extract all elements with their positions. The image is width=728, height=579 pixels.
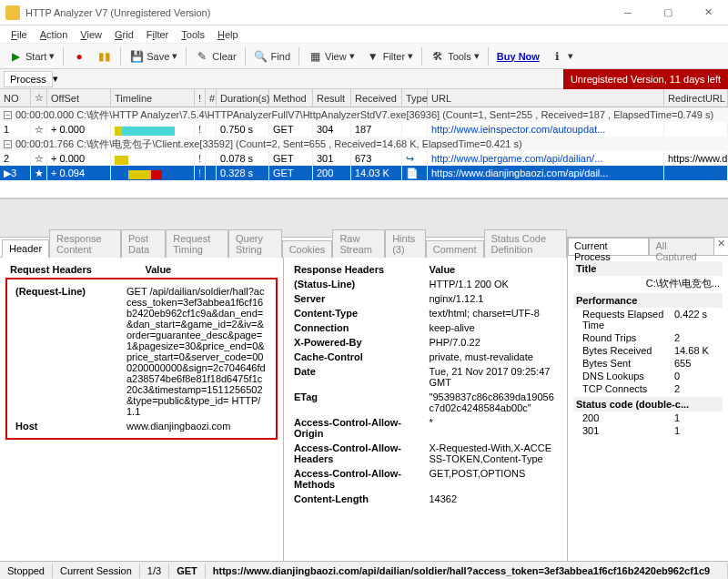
group-row[interactable]: −00:00:00.000 C:\软件\HTTP Analyzer\7.5.4\… — [0, 107, 728, 122]
col-star[interactable]: ☆ — [31, 89, 47, 107]
maximize-button[interactable]: ▢ — [648, 0, 688, 25]
menu-action[interactable]: Action — [35, 27, 74, 42]
tab-statuscode[interactable]: Status Code Definition — [484, 229, 568, 258]
collapse-icon[interactable]: − — [4, 140, 12, 148]
header-name: Connection — [291, 321, 425, 334]
record-button[interactable]: ● — [67, 47, 91, 66]
unregistered-banner: Unregistered Version, 11 days left — [563, 69, 728, 89]
toolbar: ▶Start ▾ ● ▮▮ 💾Save ▾ ✎Clear 🔍Find ▦View… — [0, 44, 728, 69]
buynow-link[interactable]: Buy Now — [492, 49, 544, 64]
table-row[interactable]: 2☆ + 0.000 ! 0.078 sGET 301673 ↪http://w… — [0, 151, 728, 166]
info-button[interactable]: ℹ ▾ — [546, 47, 578, 66]
view-button[interactable]: ▦View ▾ — [303, 47, 359, 66]
pause-button[interactable]: ▮▮ — [93, 47, 116, 66]
filter-button[interactable]: ▼Filter ▾ — [361, 47, 418, 66]
collapse-icon[interactable]: − — [4, 111, 12, 119]
tab-response[interactable]: Response Content — [49, 229, 121, 258]
col-received[interactable]: Received — [351, 89, 402, 107]
col-method[interactable]: Method — [269, 89, 313, 107]
menu-view[interactable]: View — [75, 27, 107, 42]
tab-hints[interactable]: Hints (3) — [385, 229, 426, 258]
save-button[interactable]: 💾Save ▾ — [125, 47, 182, 66]
status-method: GET — [169, 564, 206, 578]
app-icon — [5, 5, 20, 20]
redirect-icon: ↪ — [406, 153, 414, 165]
header-name: Access-Control-Allow-Headers — [291, 442, 425, 465]
record-icon: ● — [72, 49, 86, 64]
clear-button[interactable]: ✎Clear — [190, 47, 240, 66]
header-name: Server — [291, 292, 425, 305]
doc-icon: 📄 — [406, 168, 419, 179]
header-value: 14362 — [427, 493, 561, 505]
detail-tabs: Header Response Content Post Data Reques… — [0, 238, 567, 258]
tab-query[interactable]: Query String — [228, 229, 282, 258]
grid-header: NO ☆ OffSet Timeline ! # Duration(s) Met… — [0, 89, 728, 107]
tab-postdata[interactable]: Post Data — [121, 229, 166, 258]
response-headers-pane: Response HeadersValue (Status-Line)HTTP/… — [284, 258, 567, 561]
group-row[interactable]: −00:00:01.766 C:\软件\电竞包子\Client.exe[3359… — [0, 137, 728, 151]
tab-comment[interactable]: Comment — [426, 240, 484, 258]
col-result[interactable]: Result — [313, 89, 351, 107]
tab-cookies[interactable]: Cookies — [282, 240, 333, 258]
header-value: nginx/1.12.1 — [427, 292, 561, 305]
menubar: File Action View Grid Filter Tools Help — [0, 25, 728, 44]
titlebar: HTTP Analyzer V7 (Unregistered Version) … — [0, 0, 728, 25]
window-title: HTTP Analyzer V7 (Unregistered Version) — [25, 7, 608, 18]
header-value: text/html; charset=UTF-8 — [427, 307, 561, 320]
close-pane-icon[interactable]: ✕ — [714, 238, 728, 255]
header-value: PHP/7.0.22 — [427, 336, 561, 349]
find-button[interactable]: 🔍Find — [249, 47, 295, 66]
table-row[interactable]: ▶3★ + 0.094 ! 0.328 sGET 20014.03 K 📄htt… — [0, 166, 728, 180]
col-redirect[interactable]: RedirectURL — [664, 89, 728, 107]
col-type[interactable]: Type — [402, 89, 428, 107]
close-button[interactable]: ✕ — [688, 0, 728, 25]
header-name: Access-Control-Allow-Methods — [291, 467, 425, 491]
tab-header[interactable]: Header — [2, 239, 49, 258]
header-name: X-Powered-By — [291, 336, 425, 349]
status-count: 1/3 — [140, 564, 169, 578]
clear-icon: ✎ — [195, 49, 209, 64]
minimize-button[interactable]: ─ — [608, 0, 648, 25]
tools-icon: 🛠 — [430, 49, 445, 64]
save-icon: 💾 — [129, 49, 144, 64]
status-session: Current Session — [53, 564, 140, 578]
header-name: Cache-Control — [291, 350, 425, 363]
col-duration[interactable]: Duration(s) — [217, 89, 269, 107]
find-icon: 🔍 — [254, 49, 268, 64]
menu-grid[interactable]: Grid — [109, 27, 139, 42]
status-stopped: Stopped — [0, 564, 53, 578]
tab-timing[interactable]: Request Timing — [166, 229, 228, 258]
right-pane: Current Process All Captured ✕ TitleC:\软… — [568, 238, 728, 561]
status-url: https://www.dianjingbaozi.com/api/dailia… — [206, 564, 728, 578]
table-row[interactable]: 1☆ + 0.000 ! 0.750 sGET 304187 http://ww… — [0, 122, 728, 137]
info-icon: ℹ — [551, 49, 565, 64]
menu-file[interactable]: File — [5, 27, 33, 42]
menu-help[interactable]: Help — [212, 27, 244, 42]
col-hash[interactable]: # — [206, 89, 217, 107]
header-name: (Status-Line) — [291, 278, 425, 290]
tab-current-process[interactable]: Current Process — [568, 238, 649, 255]
menu-filter[interactable]: Filter — [141, 27, 174, 42]
col-offset[interactable]: OffSet — [47, 89, 111, 107]
header-name: Date — [291, 365, 425, 389]
col-bang[interactable]: ! — [195, 89, 206, 107]
header-value: HTTP/1.1 200 OK — [427, 278, 561, 290]
header-value: private, must-revalidate — [427, 350, 561, 363]
col-url[interactable]: URL — [428, 89, 664, 107]
header-value: * — [427, 416, 561, 440]
filter-icon: ▼ — [366, 49, 380, 64]
process-label[interactable]: Process — [4, 71, 53, 87]
col-no[interactable]: NO — [0, 89, 31, 107]
header-value: keep-alive — [427, 321, 561, 334]
header-value: X-Requested-With,X-ACCESS-TOKEN,Content-… — [427, 442, 561, 465]
menu-tools[interactable]: Tools — [176, 27, 210, 42]
request-headers-pane: Request HeadersValue (Request-Line)GET /… — [0, 258, 284, 561]
tab-raw[interactable]: Raw Stream — [332, 229, 385, 258]
tools-button[interactable]: 🛠Tools ▾ — [426, 47, 484, 66]
request-grid: −00:00:00.000 C:\软件\HTTP Analyzer\7.5.4\… — [0, 107, 728, 198]
header-value: GET,POST,OPTIONS — [427, 467, 561, 491]
start-button[interactable]: ▶Start ▾ — [4, 47, 59, 66]
header-name: Content-Length — [291, 493, 425, 505]
tab-all-captured[interactable]: All Captured — [649, 238, 713, 255]
col-timeline[interactable]: Timeline — [111, 89, 195, 107]
